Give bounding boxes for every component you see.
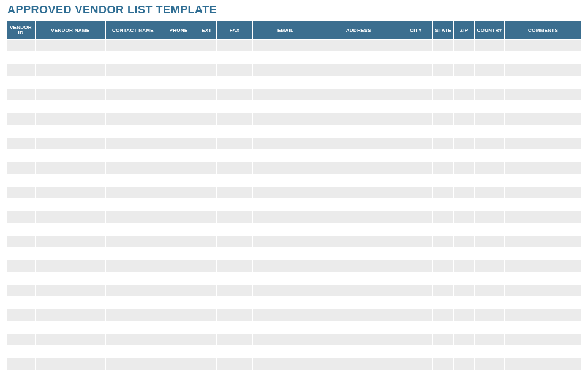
table-cell[interactable] bbox=[433, 272, 454, 285]
table-cell[interactable] bbox=[318, 77, 399, 89]
table-cell[interactable] bbox=[475, 52, 505, 64]
table-cell[interactable] bbox=[505, 162, 582, 174]
table-cell[interactable] bbox=[475, 199, 505, 211]
table-cell[interactable] bbox=[505, 174, 582, 187]
table-cell[interactable] bbox=[197, 346, 216, 358]
table-cell[interactable] bbox=[253, 40, 318, 52]
table-cell[interactable] bbox=[399, 236, 432, 248]
table-cell[interactable] bbox=[105, 52, 160, 64]
table-cell[interactable] bbox=[197, 358, 216, 370]
table-cell[interactable] bbox=[433, 211, 454, 223]
table-cell[interactable] bbox=[216, 309, 253, 321]
table-cell[interactable] bbox=[160, 211, 197, 223]
table-cell[interactable] bbox=[105, 138, 160, 150]
table-cell[interactable] bbox=[318, 272, 399, 285]
table-cell[interactable] bbox=[216, 358, 253, 370]
table-cell[interactable] bbox=[7, 199, 36, 211]
table-cell[interactable] bbox=[454, 89, 475, 101]
table-cell[interactable] bbox=[35, 187, 105, 199]
table-cell[interactable] bbox=[35, 162, 105, 174]
table-cell[interactable] bbox=[7, 248, 36, 260]
table-cell[interactable] bbox=[399, 285, 432, 297]
table-cell[interactable] bbox=[253, 358, 318, 370]
table-cell[interactable] bbox=[7, 174, 36, 187]
table-cell[interactable] bbox=[399, 346, 432, 358]
table-cell[interactable] bbox=[7, 126, 36, 138]
table-cell[interactable] bbox=[505, 77, 582, 89]
table-cell[interactable] bbox=[105, 346, 160, 358]
table-cell[interactable] bbox=[399, 223, 432, 236]
table-cell[interactable] bbox=[197, 321, 216, 334]
table-cell[interactable] bbox=[216, 285, 253, 297]
table-cell[interactable] bbox=[475, 150, 505, 162]
table-cell[interactable] bbox=[160, 89, 197, 101]
table-cell[interactable] bbox=[475, 346, 505, 358]
table-cell[interactable] bbox=[216, 211, 253, 223]
table-cell[interactable] bbox=[318, 89, 399, 101]
table-cell[interactable] bbox=[454, 64, 475, 77]
table-cell[interactable] bbox=[105, 77, 160, 89]
table-cell[interactable] bbox=[197, 113, 216, 126]
table-cell[interactable] bbox=[475, 64, 505, 77]
table-cell[interactable] bbox=[318, 321, 399, 334]
table-cell[interactable] bbox=[454, 52, 475, 64]
table-cell[interactable] bbox=[475, 321, 505, 334]
table-cell[interactable] bbox=[160, 297, 197, 309]
table-cell[interactable] bbox=[318, 162, 399, 174]
table-cell[interactable] bbox=[160, 138, 197, 150]
table-cell[interactable] bbox=[253, 285, 318, 297]
table-cell[interactable] bbox=[253, 297, 318, 309]
table-cell[interactable] bbox=[35, 113, 105, 126]
table-cell[interactable] bbox=[253, 211, 318, 223]
table-cell[interactable] bbox=[505, 321, 582, 334]
table-cell[interactable] bbox=[197, 52, 216, 64]
table-cell[interactable] bbox=[105, 101, 160, 113]
table-cell[interactable] bbox=[318, 150, 399, 162]
table-cell[interactable] bbox=[7, 309, 36, 321]
table-cell[interactable] bbox=[105, 248, 160, 260]
table-cell[interactable] bbox=[399, 199, 432, 211]
table-cell[interactable] bbox=[253, 174, 318, 187]
table-cell[interactable] bbox=[399, 113, 432, 126]
table-cell[interactable] bbox=[318, 199, 399, 211]
table-cell[interactable] bbox=[197, 260, 216, 272]
table-cell[interactable] bbox=[216, 138, 253, 150]
table-cell[interactable] bbox=[399, 89, 432, 101]
table-cell[interactable] bbox=[454, 40, 475, 52]
table-cell[interactable] bbox=[475, 248, 505, 260]
table-cell[interactable] bbox=[475, 260, 505, 272]
table-cell[interactable] bbox=[216, 297, 253, 309]
table-cell[interactable] bbox=[433, 162, 454, 174]
table-cell[interactable] bbox=[160, 174, 197, 187]
table-cell[interactable] bbox=[35, 321, 105, 334]
table-cell[interactable] bbox=[318, 40, 399, 52]
table-cell[interactable] bbox=[197, 309, 216, 321]
table-cell[interactable] bbox=[160, 113, 197, 126]
table-cell[interactable] bbox=[35, 309, 105, 321]
table-cell[interactable] bbox=[454, 272, 475, 285]
table-cell[interactable] bbox=[35, 211, 105, 223]
table-cell[interactable] bbox=[197, 174, 216, 187]
table-cell[interactable] bbox=[505, 211, 582, 223]
table-cell[interactable] bbox=[7, 236, 36, 248]
table-cell[interactable] bbox=[318, 260, 399, 272]
table-cell[interactable] bbox=[454, 334, 475, 346]
table-cell[interactable] bbox=[35, 285, 105, 297]
table-cell[interactable] bbox=[197, 101, 216, 113]
table-cell[interactable] bbox=[105, 285, 160, 297]
table-cell[interactable] bbox=[105, 309, 160, 321]
table-cell[interactable] bbox=[475, 272, 505, 285]
table-cell[interactable] bbox=[160, 126, 197, 138]
table-cell[interactable] bbox=[7, 40, 36, 52]
table-cell[interactable] bbox=[505, 150, 582, 162]
table-cell[interactable] bbox=[505, 285, 582, 297]
table-cell[interactable] bbox=[216, 272, 253, 285]
table-cell[interactable] bbox=[433, 236, 454, 248]
table-cell[interactable] bbox=[160, 248, 197, 260]
table-cell[interactable] bbox=[160, 321, 197, 334]
table-cell[interactable] bbox=[475, 138, 505, 150]
table-cell[interactable] bbox=[399, 211, 432, 223]
table-cell[interactable] bbox=[454, 285, 475, 297]
table-cell[interactable] bbox=[505, 260, 582, 272]
table-cell[interactable] bbox=[505, 52, 582, 64]
